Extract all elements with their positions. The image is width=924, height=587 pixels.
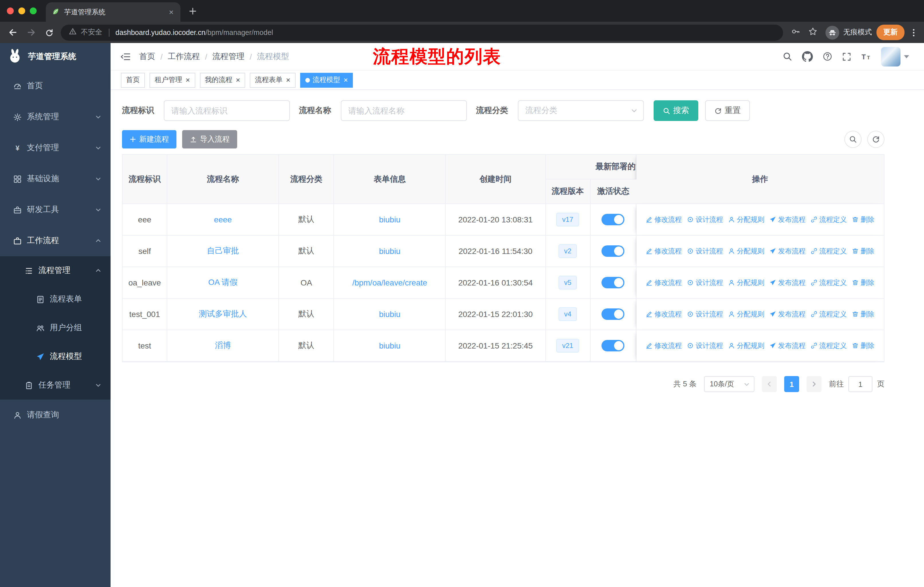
security-label[interactable]: 不安全 (81, 28, 102, 37)
maximize-window-button[interactable] (30, 7, 37, 14)
browser-tab[interactable]: 芋道管理系统 × (46, 2, 180, 22)
form-info-link[interactable]: /bpm/oa/leave/create (352, 278, 427, 287)
tag-item[interactable]: 流程表单× (250, 73, 295, 88)
action-publish-link[interactable]: 发布流程 (770, 309, 806, 319)
action-delete-link[interactable]: 删除 (852, 341, 874, 351)
minimize-window-button[interactable] (18, 7, 25, 14)
close-icon[interactable]: × (286, 76, 290, 84)
new-tab-button[interactable] (188, 7, 197, 15)
form-info-link[interactable]: biubiu (379, 309, 401, 319)
process-name-link[interactable]: OA 请假 (208, 278, 238, 287)
action-delete-link[interactable]: 删除 (852, 215, 874, 225)
avatar[interactable] (881, 47, 901, 66)
action-publish-link[interactable]: 发布流程 (770, 341, 806, 351)
tag-item[interactable]: 租户管理× (150, 73, 195, 88)
action-publish-link[interactable]: 发布流程 (770, 215, 806, 225)
address-bar[interactable]: 不安全 dashboard.yudao.iocoder.cn/bpm/manag… (61, 24, 783, 40)
app-logo[interactable]: 芋道管理系统 (0, 43, 111, 71)
sidebar-item[interactable]: ¥支付管理 (0, 132, 111, 164)
category-select[interactable]: 流程分类 (518, 100, 644, 121)
goto-page-input[interactable] (848, 376, 873, 392)
close-icon[interactable]: × (186, 76, 190, 84)
action-edit-link[interactable]: 修改流程 (646, 309, 682, 319)
tag-item[interactable]: 首页 (121, 73, 145, 88)
status-toggle[interactable] (602, 277, 624, 288)
action-design-link[interactable]: 设计流程 (687, 246, 723, 256)
search-button[interactable]: 搜索 (653, 100, 698, 121)
action-design-link[interactable]: 设计流程 (687, 215, 723, 225)
sidebar-item[interactable]: 请假查询 (0, 400, 111, 430)
action-definition-link[interactable]: 流程定义 (811, 278, 847, 288)
action-delete-link[interactable]: 删除 (852, 278, 874, 288)
action-assign-link[interactable]: 分配规则 (728, 246, 764, 256)
star-icon[interactable] (808, 26, 817, 38)
search-icon[interactable] (782, 51, 792, 61)
action-publish-link[interactable]: 发布流程 (770, 246, 806, 256)
sidebar-item[interactable]: 流程表单 (0, 285, 111, 314)
action-delete-link[interactable]: 删除 (852, 246, 874, 256)
sidebar-item[interactable]: 流程管理 (0, 256, 111, 285)
refresh-table-button[interactable] (867, 131, 884, 148)
status-toggle[interactable] (602, 340, 624, 351)
fullscreen-icon[interactable] (842, 52, 851, 61)
tab-close-icon[interactable]: × (168, 8, 175, 16)
sidebar-item[interactable]: 基础设施 (0, 164, 111, 194)
user-menu[interactable] (881, 47, 909, 66)
sidebar-item[interactable]: 首页 (0, 71, 111, 101)
form-info-link[interactable]: biubiu (379, 215, 401, 224)
close-window-button[interactable] (7, 7, 14, 14)
status-toggle[interactable] (602, 245, 624, 257)
key-icon[interactable] (791, 26, 800, 38)
process-name-link[interactable]: eeee (214, 215, 232, 224)
process-name-link[interactable]: 测试多审批人 (199, 309, 247, 318)
sidebar-item[interactable]: 任务管理 (0, 371, 111, 400)
breadcrumb-item[interactable]: 流程管理 (213, 51, 244, 62)
sidebar-item[interactable]: 流程模型 (0, 342, 111, 371)
action-edit-link[interactable]: 修改流程 (646, 215, 682, 225)
status-toggle[interactable] (602, 214, 624, 225)
action-assign-link[interactable]: 分配规则 (728, 309, 764, 319)
prev-page-button[interactable] (762, 376, 777, 392)
action-design-link[interactable]: 设计流程 (687, 309, 723, 319)
incognito-indicator[interactable]: 无痕模式 (825, 25, 872, 39)
process-name-link[interactable]: 滔博 (215, 341, 231, 350)
action-design-link[interactable]: 设计流程 (687, 341, 723, 351)
github-icon[interactable] (802, 51, 813, 62)
action-assign-link[interactable]: 分配规则 (728, 215, 764, 225)
sidebar-item[interactable]: 系统管理 (0, 101, 111, 132)
sidebar-item[interactable]: 研发工具 (0, 194, 111, 225)
process-key-input[interactable] (164, 100, 290, 121)
action-edit-link[interactable]: 修改流程 (646, 278, 682, 288)
action-edit-link[interactable]: 修改流程 (646, 341, 682, 351)
create-process-button[interactable]: 新建流程 (122, 130, 177, 149)
action-design-link[interactable]: 设计流程 (687, 278, 723, 288)
next-page-button[interactable] (807, 376, 822, 392)
action-delete-link[interactable]: 删除 (852, 309, 874, 319)
update-button[interactable]: 更新 (876, 25, 904, 40)
form-info-link[interactable]: biubiu (379, 246, 401, 256)
import-process-button[interactable]: 导入流程 (182, 130, 237, 149)
action-publish-link[interactable]: 发布流程 (770, 278, 806, 288)
forward-icon[interactable] (24, 25, 38, 39)
action-definition-link[interactable]: 流程定义 (811, 215, 847, 225)
reset-button[interactable]: 重置 (705, 100, 750, 121)
process-name-link[interactable]: 自己审批 (207, 246, 239, 255)
close-icon[interactable]: × (344, 76, 348, 84)
tag-item[interactable]: 流程模型× (300, 73, 353, 88)
action-definition-link[interactable]: 流程定义 (811, 246, 847, 256)
tag-item[interactable]: 我的流程× (200, 73, 245, 88)
show-search-button[interactable] (844, 131, 861, 148)
action-assign-link[interactable]: 分配规则 (728, 278, 764, 288)
action-definition-link[interactable]: 流程定义 (811, 309, 847, 319)
browser-menu-icon[interactable] (909, 28, 918, 37)
form-info-link[interactable]: biubiu (379, 341, 401, 350)
breadcrumb-item[interactable]: 首页 (139, 51, 155, 62)
status-toggle[interactable] (602, 308, 624, 320)
reload-icon[interactable] (42, 25, 56, 39)
help-icon[interactable] (823, 51, 832, 61)
current-page-button[interactable]: 1 (784, 376, 799, 392)
sidebar-item[interactable]: 用户分组 (0, 314, 111, 342)
sidebar-item[interactable]: 工作流程 (0, 225, 111, 256)
sidebar-fold-icon[interactable] (120, 51, 130, 62)
close-icon[interactable]: × (236, 76, 240, 84)
